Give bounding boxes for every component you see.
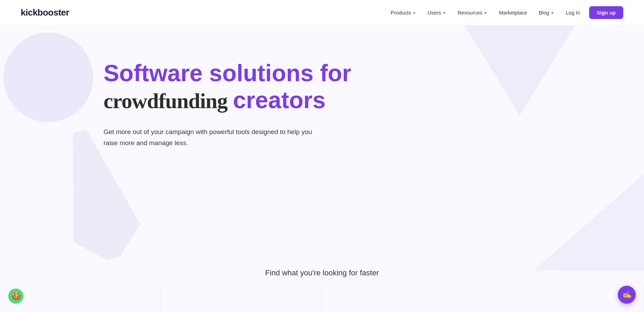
hero-title-line2: crowdfunding creators (104, 86, 351, 114)
divider-col-3 (322, 284, 483, 312)
nav-label-blog: Blog (539, 10, 549, 16)
chevron-down-icon: ▼ (442, 11, 446, 15)
nav-item-marketplace[interactable]: Marketplace (494, 7, 532, 18)
signup-button[interactable]: Sign up (589, 6, 623, 19)
navbar: kickbooster Products ▼ Users ▼ Resources… (0, 0, 644, 26)
bg-triangle-top-shape (465, 26, 575, 115)
chat-icon: ✍ (622, 290, 632, 299)
hero-title-line1: Software solutions for (104, 60, 351, 86)
hero-crowdfunding-word: crowdfunding (104, 88, 227, 114)
nav-links: Products ▼ Users ▼ Resources ▼ Marketpla… (386, 6, 623, 19)
hero-section: Software solutions for crowdfunding crea… (0, 26, 644, 312)
find-text: Find what you're looking for faster (265, 268, 379, 277)
nav-label-marketplace: Marketplace (499, 10, 527, 16)
chat-bubble-button[interactable]: ✍ (618, 286, 636, 304)
nav-label-resources: Resources (458, 10, 482, 16)
chevron-down-icon: ▼ (550, 11, 554, 15)
bg-circle-shape (3, 32, 93, 122)
login-link[interactable]: Log In (561, 7, 585, 18)
nav-item-users[interactable]: Users ▼ (423, 7, 451, 18)
find-section: Find what you're looking for faster (265, 268, 379, 277)
hero-subtitle: Get more out of your campaign with power… (104, 126, 318, 148)
nav-item-products[interactable]: Products ▼ (386, 7, 421, 18)
divider-col-1 (0, 284, 161, 312)
hero-content: Software solutions for crowdfunding crea… (104, 60, 351, 148)
bottom-dividers (0, 284, 644, 312)
logo[interactable]: kickbooster (21, 7, 69, 18)
cookie-icon: 🍪 (11, 292, 21, 301)
chevron-down-icon: ▼ (412, 11, 416, 15)
nav-label-users: Users (428, 10, 441, 16)
chevron-down-icon: ▼ (484, 11, 487, 15)
nav-item-resources[interactable]: Resources ▼ (453, 7, 492, 18)
bg-triangle-right-shape (534, 174, 644, 271)
cookie-badge-button[interactable]: 🍪 (8, 289, 23, 304)
nav-label-products: Products (391, 10, 411, 16)
nav-item-blog[interactable]: Blog ▼ (534, 7, 559, 18)
hero-creators-word: creators (233, 86, 325, 114)
divider-col-2 (161, 284, 322, 312)
